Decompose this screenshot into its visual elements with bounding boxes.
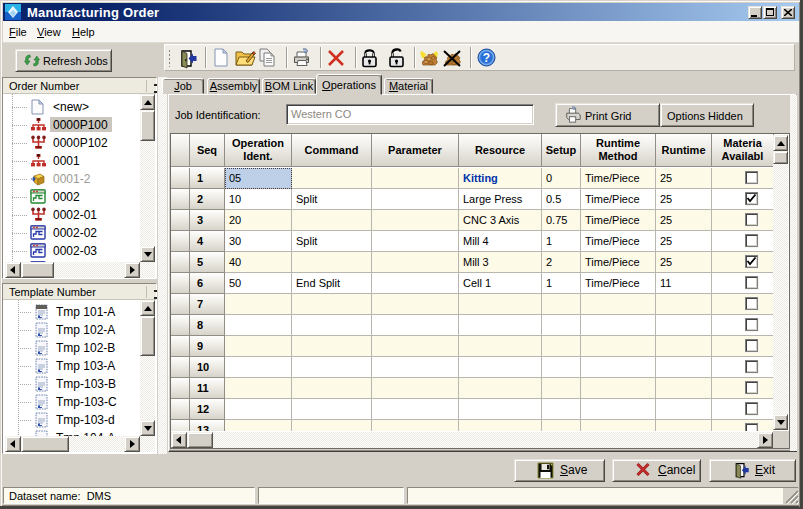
svg-text:?: ?	[483, 51, 490, 65]
